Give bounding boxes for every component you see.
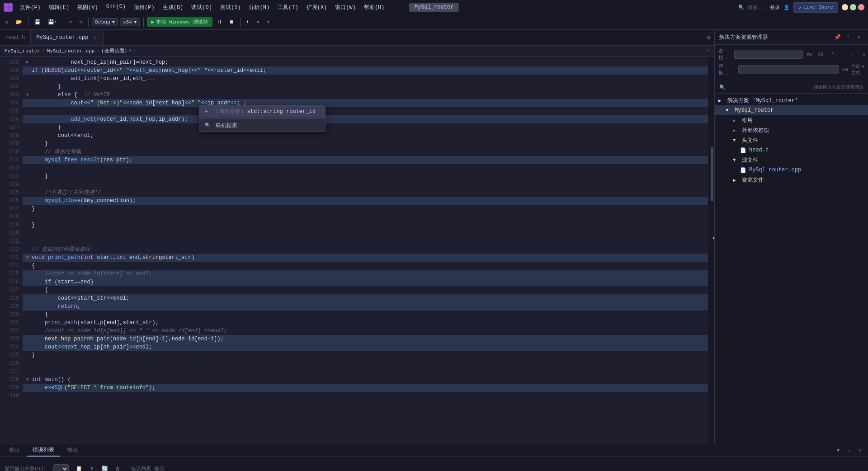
output-controls: ▼ ⇗ ✕ — [834, 446, 864, 455]
save-all-btn[interactable]: 💾+ — [45, 18, 60, 26]
find-input[interactable] — [734, 50, 803, 59]
breadcrumb-project[interactable]: MySql_router — [5, 48, 40, 54]
find-match-case-btn[interactable]: Aa — [805, 49, 815, 59]
code-content[interactable]: ▶ next_hop_ip[nh_pair] = next_hop; if (D… — [23, 57, 708, 444]
tree-references[interactable]: ▶ 引用 — [715, 115, 868, 125]
tab-output-2[interactable]: 输出 — [61, 444, 83, 457]
tree-project[interactable]: ▼ MySql_router — [715, 105, 868, 115]
breadcrumb-add-btn[interactable]: + — [707, 48, 710, 54]
tree-head-h[interactable]: 📄 head.h — [715, 145, 868, 155]
tree-header-files[interactable]: ▼ 头文件 — [715, 135, 868, 145]
output-source-select[interactable] — [53, 464, 69, 471]
tab-output-1[interactable]: 输出 — [4, 444, 25, 457]
redo-btn[interactable]: ↪ — [77, 18, 85, 26]
error-list-tab[interactable]: 错误列表 — [131, 465, 151, 471]
code-line-321 — [23, 237, 708, 245]
find-match-case2-btn[interactable]: Aa — [840, 65, 850, 75]
menu-test[interactable]: 测试(S) — [217, 2, 245, 13]
menu-debug[interactable]: 调试(D) — [188, 2, 216, 13]
tree-ext-deps[interactable]: ▶ 外部依赖项 — [715, 125, 868, 135]
pause-btn[interactable]: ⏸ — [214, 18, 225, 26]
menu-help[interactable]: 帮助(H) — [360, 2, 388, 13]
tree-mysql-router-cpp[interactable]: 📄 MySql_router.cpp — [715, 165, 868, 175]
breadcrumb-file[interactable]: MySql_router.cpp — [47, 48, 95, 54]
find-close-btn[interactable]: ✕ — [859, 49, 868, 59]
code-line-340 — [23, 392, 708, 400]
output-icon-3[interactable]: 🔄 — [102, 466, 108, 471]
svg-rect-2 — [5, 8, 8, 11]
tree-source-files[interactable]: ▼ 源文件 — [715, 155, 868, 165]
sidebar-close-btn[interactable]: ✕ — [854, 33, 863, 42]
vertical-scrollbar[interactable] — [708, 57, 714, 444]
maximize-button[interactable]: □ — [850, 4, 856, 10]
sidebar-move-btn[interactable]: ↕ — [844, 33, 853, 42]
save-btn[interactable]: 💾 — [32, 18, 43, 26]
find-next-btn[interactable]: ↓ — [848, 49, 858, 59]
tree-resources[interactable]: ▶ 资源文件 — [715, 175, 868, 185]
output-float-btn[interactable]: ⇗ — [844, 446, 854, 455]
run-button[interactable]: ▶ 本地 Windows 调试器 — [147, 17, 212, 27]
output-minimize-btn[interactable]: ▼ — [834, 446, 843, 455]
close-button[interactable]: ✕ — [858, 4, 864, 10]
find-word-btn[interactable]: ab — [816, 49, 826, 59]
scope-label-btn[interactable]: 当前文档 — [851, 65, 861, 75]
code-line-316: mysql_close(&my_connection); — [23, 197, 708, 205]
find-prev-btn[interactable]: ↑ — [837, 49, 847, 59]
find-row: 查找... Aa ab .* ↑ ↓ ✕ — [718, 47, 864, 61]
sidebar-pin-btn[interactable]: 📌 — [833, 33, 842, 42]
login-btn[interactable]: 登录 — [770, 4, 780, 11]
find-regex-btn[interactable]: .* — [826, 49, 836, 59]
autocomplete-popup[interactable]: ◈ (局部变量) std::string router_id 🔍 联机搜索 — [199, 105, 326, 132]
debug-mode-dropdown[interactable]: Debug ▼ — [92, 18, 118, 26]
menu-tools[interactable]: 工具(T) — [274, 2, 302, 13]
tree-solution[interactable]: ▶ 解决方案 'MySql_router' — [715, 95, 868, 105]
output-tab-2[interactable]: 输出 — [155, 465, 165, 471]
menu-analyze[interactable]: 分析(N) — [245, 2, 273, 13]
toolbar-separator-5 — [240, 18, 241, 27]
search-bar[interactable]: 🔍 搜索... — [738, 4, 766, 11]
se-search-input[interactable] — [728, 85, 811, 90]
new-file-btn[interactable]: ⊕ — [3, 18, 11, 26]
menu-edit[interactable]: 编辑(E) — [45, 2, 73, 13]
output-close-btn[interactable]: ✕ — [855, 446, 864, 455]
open-file-btn[interactable]: 📂 — [13, 18, 25, 26]
ref-icon: ▶ — [733, 118, 740, 123]
project-label: MySql_router — [735, 107, 774, 113]
menu-window[interactable]: 窗口(W) — [331, 2, 359, 13]
ac-item-search[interactable]: 🔍 联机搜索 — [199, 120, 325, 132]
menu-project[interactable]: 项目(P) — [130, 2, 158, 13]
undo-btn[interactable]: ↩ — [66, 18, 75, 26]
tab-error-list[interactable]: 错误列表 — [27, 444, 60, 457]
menu-view[interactable]: 视图(V) — [74, 2, 102, 13]
menu-git[interactable]: Git(G) — [103, 2, 129, 13]
step-out-btn[interactable]: ⬆ — [264, 18, 273, 26]
arch-dropdown[interactable]: x64 ▼ — [120, 18, 140, 26]
editor-settings-btn[interactable]: ⚙ — [703, 30, 714, 45]
user-icon[interactable]: 👤 — [783, 5, 790, 10]
menu-build[interactable]: 生成(B) — [159, 2, 187, 13]
menu-file[interactable]: 文件(F) — [16, 2, 44, 13]
tab-head-h[interactable]: head.h — [0, 30, 31, 45]
tab-mysql-router-cpp[interactable]: MySql_router.cpp ✕ — [31, 30, 104, 45]
output-tabs-bar: 输出 错误列表 输出 ▼ ⇗ ✕ — [0, 444, 868, 457]
tab-close-btn[interactable]: ✕ — [91, 34, 98, 41]
stop-btn[interactable]: ⏹ — [226, 18, 237, 26]
minimize-button[interactable]: − — [842, 4, 848, 10]
breadcrumb-scope-select[interactable]: (全局范围) — [101, 47, 127, 54]
code-editor[interactable]: 299 300 301 302 303 304 305 306 307 308 … — [0, 57, 714, 444]
live-share-button[interactable]: ↗ Live Share — [793, 2, 838, 13]
menu-extensions[interactable]: 扩展(X) — [303, 2, 331, 13]
sidebar-title: 解决方案资源管理器 — [719, 33, 830, 41]
toolbar-separator-4 — [143, 18, 144, 27]
scroll-thumb[interactable] — [711, 147, 713, 201]
step-over-btn[interactable]: ↷ — [254, 18, 262, 26]
code-line-327: { — [23, 286, 708, 294]
output-icon-1[interactable]: 📋 — [76, 466, 82, 471]
replace-input[interactable] — [738, 65, 839, 74]
code-line-336 — [23, 359, 708, 367]
scroll-indicator — [713, 237, 714, 239]
ac-item-local-var[interactable]: ◈ (局部变量) std::string router_id — [199, 106, 325, 118]
output-icon-2[interactable]: ⏸ — [90, 466, 94, 471]
step-into-btn[interactable]: ⬇ — [244, 18, 252, 26]
output-icon-4[interactable]: 🗑 — [115, 466, 120, 471]
